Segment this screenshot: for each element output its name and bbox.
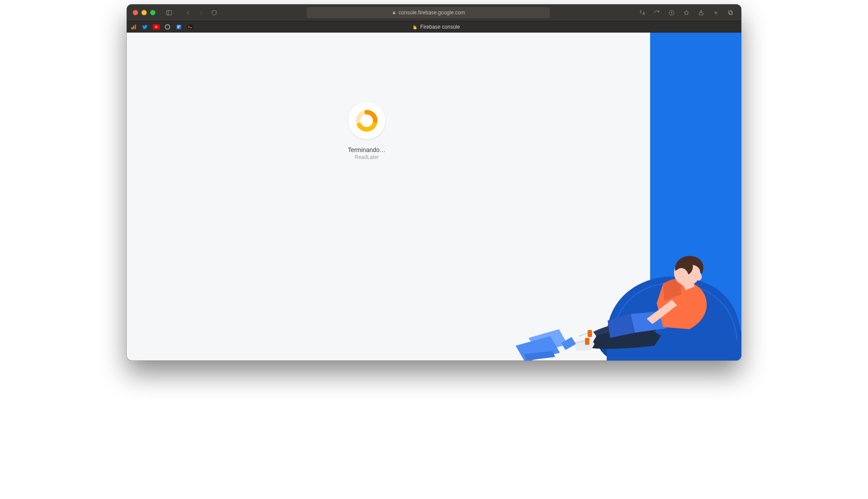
svg-rect-17	[187, 24, 193, 29]
svg-rect-20	[588, 330, 592, 337]
new-tab-button[interactable]	[711, 8, 720, 17]
analytics-icon	[131, 24, 137, 30]
close-window-button[interactable]	[133, 10, 138, 15]
tab-overview-button[interactable]	[726, 8, 735, 17]
circle-icon	[164, 24, 171, 30]
page-content: Terminando… ReadLater	[127, 32, 741, 360]
lock-icon	[392, 10, 396, 15]
privacy-report-button[interactable]	[209, 8, 219, 17]
svg-rect-14	[177, 24, 181, 29]
bookmark-button[interactable]	[681, 8, 691, 17]
sidebar-toggle-button[interactable]	[164, 8, 174, 17]
svg-rect-16	[178, 27, 179, 28]
app-icon	[176, 24, 182, 30]
terminal-icon	[187, 24, 193, 30]
favorite-youtube[interactable]	[151, 22, 161, 32]
loading-project-text: ReadLater	[334, 154, 399, 160]
favorite-app[interactable]	[174, 22, 184, 32]
translate-button[interactable]	[637, 8, 647, 17]
tab-title-text: Firebase console	[420, 24, 460, 30]
twitter-icon	[142, 24, 148, 30]
back-button[interactable]	[183, 8, 193, 17]
reload-button[interactable]	[652, 8, 661, 17]
svg-rect-7	[729, 11, 733, 15]
youtube-icon	[153, 24, 160, 30]
forward-button[interactable]	[196, 8, 206, 17]
window-controls	[133, 10, 155, 15]
toolbar-right	[637, 8, 735, 17]
hero-illustration	[507, 225, 741, 360]
favorite-analytics[interactable]	[128, 22, 139, 32]
favorite-terminal[interactable]	[185, 22, 195, 32]
favorite-circle[interactable]	[162, 22, 173, 32]
favorites-bar	[127, 21, 196, 32]
svg-rect-0	[166, 10, 171, 15]
loading-status-text: Terminando…	[334, 146, 399, 153]
browser-window: console.firebase.google.com	[127, 4, 741, 360]
spinner-container	[348, 102, 385, 139]
minimize-window-button[interactable]	[141, 10, 147, 15]
firebase-icon	[412, 24, 418, 30]
maximize-window-button[interactable]	[150, 10, 155, 15]
svg-point-13	[165, 24, 170, 29]
share-button[interactable]	[696, 8, 706, 17]
address-bar[interactable]: console.firebase.google.com	[307, 7, 550, 18]
svg-rect-21	[585, 338, 589, 345]
tab-strip: Firebase console	[127, 21, 741, 32]
svg-rect-15	[178, 26, 181, 26]
downloads-button[interactable]	[667, 8, 676, 17]
loading-card: Terminando… ReadLater	[334, 102, 399, 160]
svg-rect-8	[728, 10, 732, 14]
browser-toolbar: console.firebase.google.com	[127, 4, 741, 21]
url-text: console.firebase.google.com	[399, 10, 465, 16]
svg-rect-11	[135, 24, 136, 29]
svg-rect-9	[132, 27, 133, 29]
svg-rect-2	[393, 13, 395, 14]
svg-rect-10	[133, 26, 135, 29]
active-tab[interactable]: Firebase console	[196, 24, 676, 30]
loading-spinner-icon	[354, 108, 379, 133]
favorite-twitter[interactable]	[140, 22, 150, 32]
